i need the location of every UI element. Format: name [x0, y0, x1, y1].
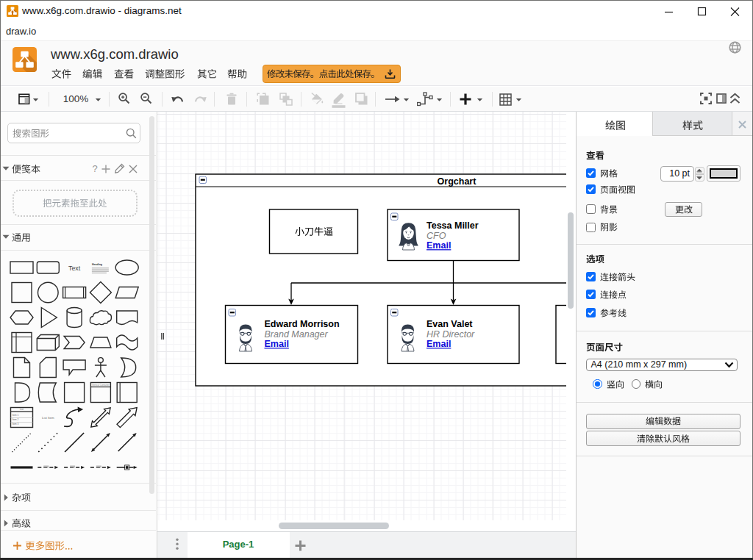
svg-text:Tessa Miller: Tessa Miller — [427, 220, 479, 231]
svg-text:Item 2: Item 2 — [13, 418, 19, 421]
svg-text:Email: Email — [427, 339, 451, 349]
svg-text:Vertical Container: Vertical Container — [92, 384, 110, 387]
svg-text:Text: Text — [68, 265, 81, 272]
svg-text:Heading: Heading — [92, 263, 102, 266]
svg-text:HR Director: HR Director — [427, 329, 475, 340]
svg-text:List: List — [20, 408, 24, 411]
svg-text:CFO: CFO — [427, 231, 446, 241]
svg-text:Evan Valet: Evan Valet — [427, 319, 473, 329]
svg-text:Item 3: Item 3 — [13, 423, 19, 426]
svg-text:Brand Manager: Brand Manager — [265, 329, 329, 340]
svg-text:List Item: List Item — [42, 416, 54, 420]
svg-text:Email: Email — [265, 339, 289, 349]
svg-text:Edward Morrison: Edward Morrison — [265, 319, 340, 329]
svg-text:Orgchart: Orgchart — [438, 176, 477, 187]
svg-text:Item 1: Item 1 — [13, 414, 19, 417]
svg-text:Email: Email — [427, 240, 451, 251]
